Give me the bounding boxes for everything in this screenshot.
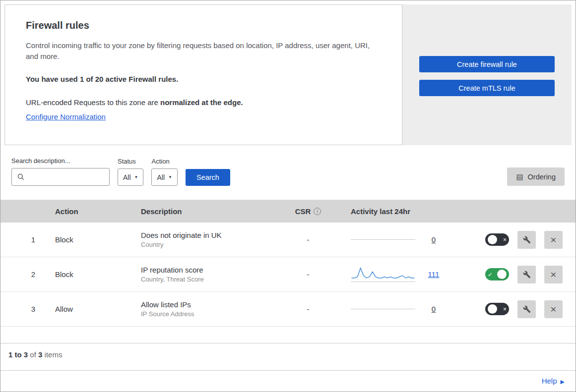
items-label: items <box>45 350 63 359</box>
rule-description-cell: IP reputation score Country, Threat Scor… <box>132 266 280 283</box>
edit-rule-button[interactable] <box>517 266 536 283</box>
rules-table-header: Action Description CSRi Activity last 24… <box>0 200 576 223</box>
activity-count-link[interactable]: 0 <box>426 235 441 244</box>
activity-count-link[interactable]: 111 <box>426 270 441 279</box>
usage-summary: You have used 1 of 20 active Firewall ru… <box>26 75 381 83</box>
page-description: Control incoming traffic to your zone by… <box>26 40 381 62</box>
firewall-rules-page: Firewall rules Control incoming traffic … <box>0 0 576 392</box>
search-box[interactable] <box>11 168 110 186</box>
ordering-button-label: Ordering <box>528 173 556 181</box>
action-label: Action <box>151 158 177 165</box>
rule-action: Block <box>46 235 132 244</box>
search-input[interactable] <box>29 172 104 181</box>
csr-header-label: CSR <box>295 207 311 216</box>
wrench-icon <box>523 305 531 313</box>
normalization-bold-text: normalized at the edge. <box>160 98 243 107</box>
rule-description-cell: Allow listed IPs IP Source Address <box>132 300 280 318</box>
rule-enabled-toggle[interactable]: ✓ × <box>485 268 509 280</box>
top-section: Firewall rules Control incoming traffic … <box>0 0 576 145</box>
rule-enabled-toggle[interactable]: ✓ × <box>485 233 509 246</box>
x-icon: × <box>503 237 507 243</box>
wrench-icon <box>523 236 531 244</box>
x-icon: × <box>503 306 507 312</box>
rule-controls: ✓ × × <box>451 231 576 249</box>
rule-csr-value: - <box>280 270 336 279</box>
rule-activity-cell: 0 <box>336 305 451 313</box>
check-icon: ✓ <box>488 272 493 278</box>
header-csr-column: CSRi <box>280 207 336 216</box>
activity-sparkline-empty <box>351 309 415 309</box>
wrench-icon <box>523 271 531 279</box>
chevron-down-icon: ▼ <box>134 175 138 179</box>
delete-rule-button[interactable]: × <box>544 266 563 283</box>
activity-sparkline <box>351 267 415 281</box>
search-field-group: Search description... <box>11 157 110 186</box>
normalization-text: URL-encoded Requests to this zone are <box>26 98 160 107</box>
create-mtls-rule-button[interactable]: Create mTLS rule <box>419 80 555 96</box>
action-field-group: Action All ▼ <box>151 158 177 186</box>
activity-sparkline-empty <box>351 239 415 240</box>
info-icon[interactable]: i <box>314 208 321 215</box>
chevron-down-icon: ▼ <box>168 175 172 179</box>
table-spacer <box>0 327 576 343</box>
rule-row-1: 1 Block Does not originate in UK Country… <box>0 223 576 257</box>
rule-activity-cell: 111 <box>336 267 451 282</box>
status-field-group: Status All ▼ <box>118 158 143 186</box>
firewall-intro-card: Firewall rules Control incoming traffic … <box>4 4 402 145</box>
items-range: 1 to 3 <box>8 350 28 359</box>
of-label: of <box>30 350 36 359</box>
rule-controls: ✓ × × <box>451 266 576 283</box>
status-dropdown[interactable]: All ▼ <box>118 168 143 186</box>
normalization-note: URL-encoded Requests to this zone are no… <box>26 98 381 107</box>
rule-criteria: Country, Threat Score <box>141 276 280 283</box>
rule-action: Allow <box>46 305 132 313</box>
items-total: 3 <box>38 350 42 359</box>
close-icon: × <box>550 304 556 314</box>
status-label: Status <box>118 158 143 165</box>
activity-count-link[interactable]: 0 <box>426 305 441 313</box>
header-action-column: Action <box>46 207 132 216</box>
create-firewall-rule-button[interactable]: Create firewall rule <box>419 56 555 72</box>
rule-description: Does not originate in UK <box>141 231 280 239</box>
rule-action: Block <box>46 270 132 279</box>
rule-priority: 2 <box>0 270 46 279</box>
rule-description-cell: Does not originate in UK Country <box>132 231 280 248</box>
action-dropdown[interactable]: All ▼ <box>151 168 177 186</box>
action-dropdown-value: All <box>157 173 165 181</box>
pagination-summary: 1 to 3 of 3 items <box>0 343 576 366</box>
header-activity-column: Activity last 24hr <box>336 207 451 216</box>
search-button[interactable]: Search <box>186 169 230 186</box>
ordering-button[interactable]: ▤ Ordering <box>507 168 565 186</box>
rule-row-2: 2 Block IP reputation score Country, Thr… <box>0 257 576 292</box>
rule-csr-value: - <box>280 305 336 313</box>
header-description-column: Description <box>132 207 280 216</box>
configure-normalization-link[interactable]: Configure Normalization <box>26 112 106 121</box>
rule-priority: 1 <box>0 235 46 244</box>
edit-rule-button[interactable] <box>517 300 536 318</box>
toggle-knob <box>488 304 497 314</box>
filter-toolbar: Search description... Status All ▼ Actio… <box>0 145 576 200</box>
rule-description: Allow listed IPs <box>141 300 280 309</box>
rule-criteria: Country <box>141 241 280 248</box>
rule-activity-cell: 0 <box>336 235 451 244</box>
rule-controls: ✓ × × <box>451 300 576 318</box>
rule-row-3: 3 Allow Allow listed IPs IP Source Addre… <box>0 292 576 327</box>
delete-rule-button[interactable]: × <box>544 231 563 249</box>
ordering-list-icon: ▤ <box>516 172 523 181</box>
activity-sparkline-area <box>351 267 415 282</box>
search-label: Search description... <box>11 157 110 165</box>
status-dropdown-value: All <box>123 173 131 181</box>
rule-enabled-toggle[interactable]: ✓ × <box>485 303 509 315</box>
help-bar: Help▶ <box>0 370 576 392</box>
close-icon: × <box>550 234 556 245</box>
toggle-knob <box>497 270 507 279</box>
help-link[interactable]: Help▶ <box>542 377 565 385</box>
delete-rule-button[interactable]: × <box>544 300 563 318</box>
edit-rule-button[interactable] <box>517 231 536 249</box>
page-title: Firewall rules <box>26 20 381 31</box>
rule-csr-value: - <box>280 235 336 244</box>
search-icon <box>17 173 25 181</box>
arrow-right-icon: ▶ <box>561 379 565 385</box>
help-label: Help <box>542 377 557 385</box>
rule-priority: 3 <box>0 305 46 313</box>
